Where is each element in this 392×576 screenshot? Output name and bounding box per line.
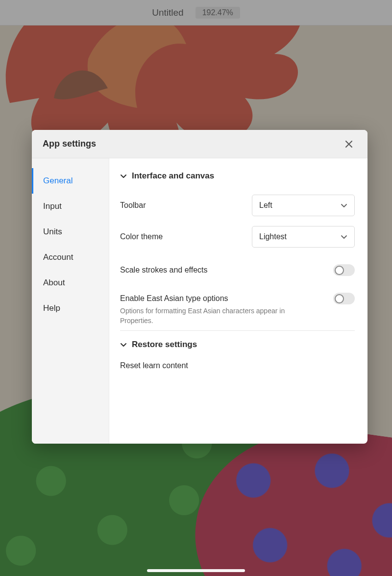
close-button[interactable] xyxy=(341,136,357,152)
color-theme-label: Color theme xyxy=(120,232,252,241)
section-interface-toggle[interactable]: Interface and canvas xyxy=(120,171,355,181)
divider xyxy=(120,330,355,331)
close-icon xyxy=(344,140,353,149)
modal-title: App settings xyxy=(43,139,341,149)
scale-strokes-toggle[interactable] xyxy=(333,264,355,276)
section-restore-title: Restore settings xyxy=(132,340,197,350)
east-asian-label: Enable East Asian type options xyxy=(120,294,333,303)
toolbar-select-value: Left xyxy=(259,201,272,210)
sidebar-item-account[interactable]: Account xyxy=(32,245,109,270)
settings-panel: Interface and canvas Toolbar Left Color … xyxy=(109,158,368,444)
sidebar-item-about[interactable]: About xyxy=(32,270,109,296)
chevron-down-icon xyxy=(120,341,127,348)
toolbar-label: Toolbar xyxy=(120,201,252,210)
app-settings-modal: App settings General Input Units Account… xyxy=(32,130,368,444)
sidebar-item-input[interactable]: Input xyxy=(32,194,109,219)
section-interface-title: Interface and canvas xyxy=(132,171,214,181)
home-indicator[interactable] xyxy=(147,569,245,572)
east-asian-toggle[interactable] xyxy=(333,293,355,304)
reset-learn-content[interactable]: Reset learn content xyxy=(120,358,355,373)
color-theme-select[interactable]: Lightest xyxy=(252,226,355,248)
sidebar-item-general[interactable]: General xyxy=(32,168,109,194)
section-restore-toggle[interactable]: Restore settings xyxy=(120,340,355,350)
settings-sidebar: General Input Units Account About Help xyxy=(32,158,109,444)
modal-header: App settings xyxy=(32,130,368,158)
toolbar-select[interactable]: Left xyxy=(252,195,355,216)
chevron-down-icon xyxy=(341,233,347,240)
color-theme-select-value: Lightest xyxy=(259,232,287,241)
east-asian-description: Options for formatting East Asian charac… xyxy=(120,306,296,326)
sidebar-item-help[interactable]: Help xyxy=(32,296,109,321)
scale-strokes-label: Scale strokes and effects xyxy=(120,266,333,275)
sidebar-item-units[interactable]: Units xyxy=(32,219,109,245)
chevron-down-icon xyxy=(120,173,127,179)
chevron-down-icon xyxy=(341,202,347,209)
